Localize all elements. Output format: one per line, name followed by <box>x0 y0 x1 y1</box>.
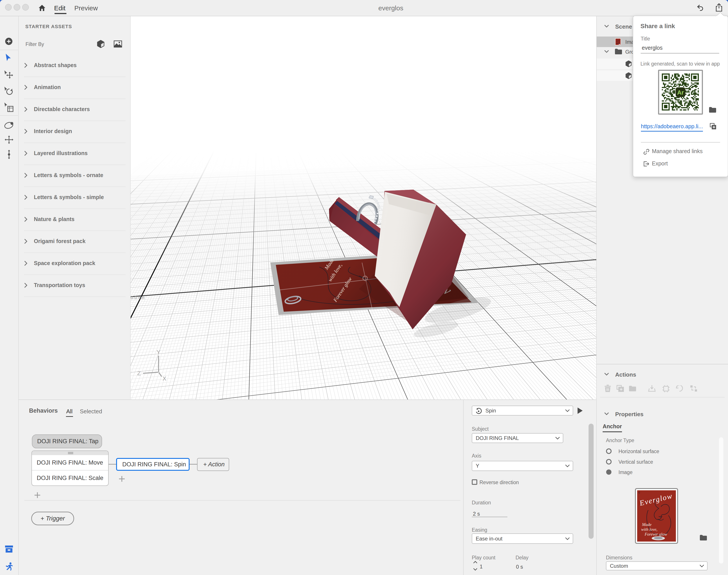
svg-text:X: X <box>163 375 166 382</box>
svg-text:Forever glow: Forever glow <box>645 532 667 537</box>
svg-text:Made: Made <box>642 522 652 527</box>
svg-text:Y: Y <box>157 349 160 356</box>
svg-text:with love,: with love, <box>641 527 657 532</box>
svg-text:Z: Z <box>137 370 141 377</box>
svg-text:c: c <box>638 491 640 494</box>
svg-text:Ar: Ar <box>677 89 684 96</box>
svg-text:0.0 cm: 0.0 cm <box>131 295 144 300</box>
